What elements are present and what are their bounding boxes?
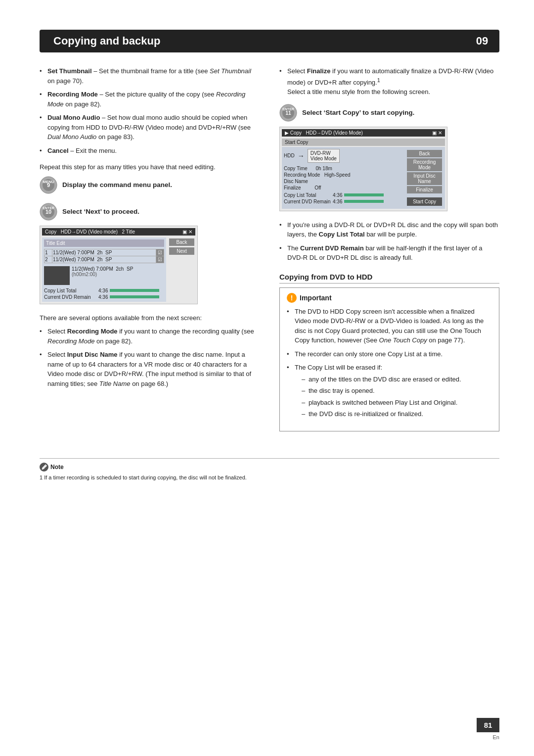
arrow-icon: → bbox=[298, 152, 305, 160]
current-dvd-bar bbox=[344, 200, 384, 203]
page-container: Copying and backup 09 Set Thumbnail – Se… bbox=[0, 0, 534, 756]
chapter-number: 09 bbox=[465, 30, 499, 52]
top-bullet-list: Set Thumbnail – Set the thumbnail frame … bbox=[40, 66, 260, 155]
svg-text:MENU: MENU bbox=[43, 180, 54, 184]
step-10-screenshot: Copy HDD→DVD (Video mode) 2 Title ▣ ✕ Ti… bbox=[40, 226, 198, 304]
list-item: Select Recording Mode if you want to cha… bbox=[40, 327, 260, 346]
item-text2: on page 70). bbox=[47, 77, 84, 85]
step-10-header: 10 ENTER Select ‘Next’ to proceed. bbox=[40, 203, 260, 221]
finalize-row-label: Finalize Off bbox=[284, 185, 321, 190]
input-disc-name-btn[interactable]: Input Disc Name bbox=[407, 172, 442, 185]
page-lang: En bbox=[493, 734, 499, 740]
item-italic: Title Name bbox=[99, 380, 131, 387]
item-label: Recording Mode bbox=[67, 328, 118, 335]
step-9-header: 9 MENU Display the command menu panel. bbox=[40, 176, 260, 194]
repeat-text: Repeat this step for as many titles you … bbox=[40, 162, 260, 172]
next-screen-text: There are several options available from… bbox=[40, 313, 260, 323]
left-column: Set Thumbnail – Set the thumbnail frame … bbox=[40, 66, 260, 438]
list-item: Cancel – Exit the menu. bbox=[40, 146, 260, 156]
list-item: Dual Mono Audio – Set how dual mono audi… bbox=[40, 113, 260, 142]
start-copy-btn[interactable]: Start Copy bbox=[407, 197, 442, 206]
hdd-label: HDD bbox=[284, 153, 295, 158]
navigator-icon-11: 11 ENTER bbox=[279, 104, 297, 122]
title-bar-text: Copy HDD→DVD (Video mode) 2 Title bbox=[45, 229, 135, 235]
list-item: the DVD disc is re-initialized or finali… bbox=[302, 409, 492, 419]
step-9-label: Display the command menu panel. bbox=[62, 181, 172, 189]
svg-text:ENTER: ENTER bbox=[282, 107, 294, 111]
note-icon: 🖉 bbox=[40, 463, 48, 472]
item-text: if you want to change the recording qual… bbox=[119, 328, 254, 335]
list-item: Select Finalize if you want to automatic… bbox=[279, 66, 499, 97]
finalize-btn[interactable]: Finalize bbox=[407, 186, 442, 193]
item-italic: Dual Mono Audio bbox=[47, 133, 96, 141]
copy-time-label: Copy Time 0h 18m bbox=[284, 166, 332, 171]
note-section: 🖉 Note 1 If a timer recording is schedul… bbox=[40, 458, 499, 482]
svg-text:ENTER: ENTER bbox=[43, 206, 54, 210]
item-text: – Set the picture quality of the copy (s… bbox=[99, 91, 216, 98]
two-col-layout: Set Thumbnail – Set the thumbnail frame … bbox=[40, 66, 499, 438]
navigator-icon-9: 9 MENU bbox=[40, 176, 57, 194]
important-heading: ! Important bbox=[287, 293, 492, 303]
disc-name-label: Disc Name bbox=[284, 179, 308, 184]
copy-list-total-value: 4:36 bbox=[333, 192, 342, 198]
finalize-note: Select a title menu style from the follo… bbox=[287, 88, 430, 95]
note-heading: 🖉 Note bbox=[40, 463, 499, 472]
list-item: playback is switched between Play List a… bbox=[302, 398, 492, 408]
start-copy-tab: ▶ Copy HDD→DVD (Video Mode) bbox=[285, 130, 363, 136]
copy-list-bar bbox=[344, 193, 384, 196]
one-touch-ref: One Touch Copy bbox=[379, 336, 427, 344]
list-item: The recorder can only store one Copy Lis… bbox=[287, 349, 492, 359]
list-item: the disc tray is opened. bbox=[302, 386, 492, 396]
page-number: 81 bbox=[477, 718, 499, 732]
step-10-section: 10 ENTER Select ‘Next’ to proceed. Copy … bbox=[40, 203, 260, 304]
item-label: Recording Mode bbox=[47, 91, 98, 98]
screenshot-title-bar: Copy HDD→DVD (Video mode) 2 Title ▣ ✕ bbox=[42, 228, 195, 236]
step-9-section: 9 MENU Display the command menu panel. bbox=[40, 176, 260, 194]
list-item: Recording Mode – Set the picture quality… bbox=[40, 90, 260, 109]
dvd-label: DVD-RWVideo Mode bbox=[308, 149, 340, 163]
rec-mode-value: High-Speed bbox=[321, 172, 350, 178]
current-dvd-remain-ref: Current DVD Remain bbox=[300, 244, 364, 252]
tab-icons: ▣ ✕ bbox=[432, 130, 442, 136]
item-text: – Set the thumbnail frame for a title (s… bbox=[93, 67, 210, 75]
item-label: Set Thumbnail bbox=[47, 67, 92, 75]
item-text2: on page 68.) bbox=[132, 380, 168, 387]
right-column: Select Finalize if you want to automatic… bbox=[279, 66, 499, 438]
list-item: Select Input Disc Name if you want to ch… bbox=[40, 350, 260, 388]
finalize-bullet-list: Select Finalize if you want to automatic… bbox=[279, 66, 499, 97]
step-11-section: 11 ENTER Select ‘Start Copy’ to start co… bbox=[279, 104, 499, 211]
erased-if-list: any of the titles on the DVD disc are er… bbox=[295, 375, 492, 419]
item-label: Input Disc Name bbox=[67, 351, 118, 358]
note-label: Note bbox=[50, 464, 64, 471]
list-item: The Current DVD Remain bar will be half-… bbox=[279, 243, 499, 263]
title-bar-icons: ▣ ✕ bbox=[182, 229, 192, 235]
superscript: 1 bbox=[377, 77, 380, 83]
step-11-header: 11 ENTER Select ‘Start Copy’ to start co… bbox=[279, 104, 499, 122]
current-dvd-remain-label: Current DVD Remain bbox=[284, 199, 331, 204]
warning-icon: ! bbox=[287, 293, 297, 303]
item-text: – Exit the menu. bbox=[70, 147, 117, 154]
chapter-title: Copying and backup bbox=[40, 30, 465, 52]
after-screenshot-bullets: If you're using a DVD-R DL or DVD+R DL d… bbox=[279, 220, 499, 263]
item-label: Cancel bbox=[47, 147, 69, 154]
list-item: The DVD to HDD Copy screen isn't accessi… bbox=[287, 307, 492, 345]
list-item: The Copy List will be erased if: any of … bbox=[287, 363, 492, 419]
back-btn[interactable]: Back bbox=[407, 150, 442, 157]
important-box: ! Important The DVD to HDD Copy screen i… bbox=[279, 287, 499, 431]
item-label: Dual Mono Audio bbox=[47, 114, 100, 121]
step-11-label: Select ‘Start Copy’ to start copying. bbox=[302, 109, 414, 116]
list-item: any of the titles on the DVD disc are er… bbox=[302, 375, 492, 384]
important-heading-text: Important bbox=[300, 294, 332, 302]
important-list: The DVD to HDD Copy screen isn't accessi… bbox=[287, 307, 492, 419]
list-item: If you're using a DVD-R DL or DVD+R DL d… bbox=[279, 220, 499, 239]
recording-mode-btn[interactable]: Recording Mode bbox=[407, 158, 442, 171]
item-text2: on page 82). bbox=[65, 100, 101, 108]
copy-list-total-ref: Copy List Total bbox=[319, 231, 365, 238]
svg-text:11: 11 bbox=[285, 110, 291, 116]
list-item: Set Thumbnail – Set the thumbnail frame … bbox=[40, 66, 260, 86]
start-copy-label: Start Copy bbox=[285, 140, 308, 145]
step-11-screenshot: ▶ Copy HDD→DVD (Video Mode) ▣ ✕ Start Co… bbox=[279, 127, 447, 211]
copying-dvd-hdd-heading: Copying from DVD to HDD bbox=[279, 273, 499, 284]
chapter-header: Copying and backup 09 bbox=[40, 30, 499, 52]
item-italic: Recording Mode bbox=[47, 337, 94, 345]
